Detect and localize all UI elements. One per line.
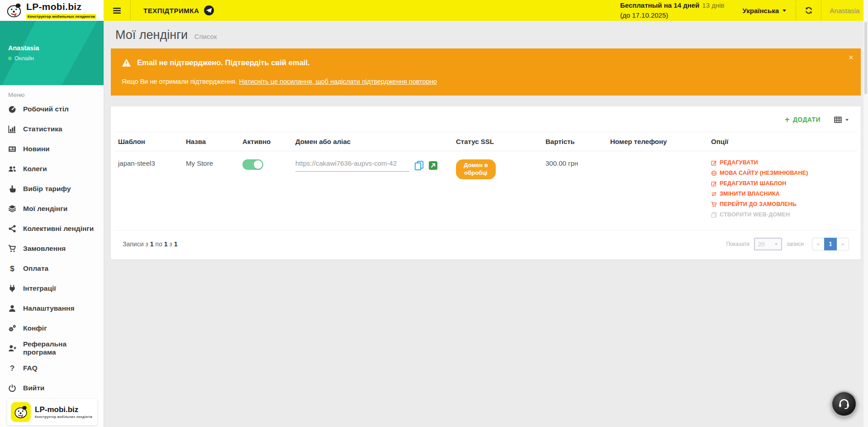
page-subtitle: Список <box>194 33 217 40</box>
option-change-owner[interactable]: ЗМІНИТИ ВЛАСНИКА <box>711 191 854 197</box>
sidebar-item-settings[interactable]: Налаштування <box>0 298 104 318</box>
sidebar-item-news[interactable]: Новини <box>0 139 104 159</box>
footer-logo-text: LP-mobi.biz Конструктор мобільних лендін… <box>35 406 92 418</box>
sidebar-item-label: Налаштування <box>23 304 75 312</box>
add-button-label: ДОДАТИ <box>793 116 821 123</box>
trial-info: Бесплатный на 14 дней13 днів (до 17.10.2… <box>620 0 734 20</box>
external-link-icon[interactable] <box>429 161 437 170</box>
summary-mid: по <box>155 240 162 248</box>
cell-ssl-status: Домен в обробці <box>452 151 542 230</box>
topbar: ТЕХПІДТРИМКА Бесплатный на 14 дней13 дні… <box>104 0 868 21</box>
option-site-language[interactable]: МОВА САЙТУ (НЕЗМІНЮВАНЕ) <box>711 170 854 176</box>
sidebar-item-faq[interactable]: FAQ <box>0 358 104 378</box>
app-logo[interactable]: LP-mobi.biz Конструктор мобильных лендин… <box>0 0 104 21</box>
alert-title-row: Email не підтверджено. Підтвердіть свій … <box>122 58 850 67</box>
close-icon[interactable]: × <box>849 53 854 62</box>
question-icon <box>8 364 16 372</box>
tech-support-link[interactable]: ТЕХПІДТРИМКА <box>131 0 227 21</box>
column-header-phone: Номер телефону <box>607 132 707 151</box>
sidebar-item-collective-landings[interactable]: Колективні лендінги <box>0 219 104 239</box>
language-label: Українська <box>743 7 779 14</box>
landings-table: Шаблон Назва Активно Домен або аліас Ста… <box>114 132 857 230</box>
sidebar-user-status: Онлайн <box>8 55 34 62</box>
stats-icon <box>8 125 16 133</box>
sidebar-footer-logo[interactable]: LP-mobi.biz Конструктор мобільних лендін… <box>7 399 97 425</box>
summary-total: 1 <box>174 240 178 248</box>
main-content: Мої лендінги Список Email не підтверджен… <box>104 21 868 427</box>
user-plus-icon <box>8 344 16 352</box>
sidebar-item-tariff[interactable]: Вибір тарифу <box>0 179 104 199</box>
option-go-to-orders[interactable]: ПЕРЕЙТИ ДО ЗАМОВЛЕНЬ <box>711 201 854 207</box>
resend-confirmation-link[interactable]: Натисніть це посилання, щоб надіслати пі… <box>239 78 436 85</box>
hamburger-icon <box>113 6 121 15</box>
ssl-status-badge: Домен в обробці <box>456 159 496 179</box>
pagination-bar: Записи з 1 по 1 з 1 Показати 20 записи «… <box>111 230 861 259</box>
column-header-options: Опції <box>707 132 857 151</box>
sidebar-item-referral[interactable]: Реферальна програма <box>0 338 104 358</box>
dog-logo-icon <box>5 2 23 19</box>
prev-page-button[interactable]: « <box>812 238 825 250</box>
cart-icon <box>8 245 16 253</box>
page-scrollbar[interactable] <box>863 0 868 427</box>
topbar-spacer <box>227 0 620 21</box>
trial-until: (до 17.10.2025) <box>620 10 725 20</box>
add-landing-button[interactable]: + ДОДАТИ <box>785 115 821 124</box>
sidebar-item-label: Статистика <box>23 125 62 133</box>
sidebar-item-colleagues[interactable]: Колеги <box>0 159 104 179</box>
footer-logo-square <box>11 402 31 422</box>
sidebar-item-label: Колеги <box>23 165 47 173</box>
language-selector[interactable]: Українська <box>734 0 796 21</box>
summary-to: 1 <box>164 240 168 248</box>
sidebar-menu: Робочий стіл Статистика Новини Колеги Ви… <box>0 99 104 398</box>
chevron-down-icon <box>782 8 787 13</box>
records-label: записи <box>787 241 804 247</box>
column-header-domain: Домен або аліас <box>292 132 452 151</box>
pager: « 1 » <box>812 238 849 250</box>
menu-section-label: Меню <box>0 85 104 99</box>
sidebar-user-name: Anastasia <box>8 44 39 52</box>
support-chat-widget[interactable] <box>831 391 857 417</box>
swap-icon <box>711 191 717 197</box>
header-username[interactable]: Anastasia <box>821 0 868 21</box>
domain-input[interactable] <box>295 159 409 172</box>
scrollbar-thumb[interactable] <box>864 22 867 94</box>
user-icon <box>8 304 16 312</box>
sidebar-item-logout[interactable]: Вийти <box>0 378 104 398</box>
refresh-button[interactable] <box>796 0 821 21</box>
copy-icon[interactable] <box>414 161 424 170</box>
option-label: РЕДАГУВАТИ <box>720 159 758 166</box>
sidebar-item-my-landings[interactable]: Мої лендінги <box>0 199 104 219</box>
dog-logo-icon <box>13 404 28 420</box>
sidebar-toggle-button[interactable] <box>104 0 131 21</box>
sidebar-item-payment[interactable]: Оплата <box>0 259 104 278</box>
page-size-select[interactable]: 20 <box>754 238 782 250</box>
email-warning-alert: Email не підтверджено. Підтвердіть свій … <box>111 48 861 96</box>
option-edit[interactable]: РЕДАГУВАТИ <box>711 159 854 166</box>
sidebar-item-label: Вийти <box>23 384 44 392</box>
sidebar-item-label: Вибір тарифу <box>23 185 71 193</box>
trial-days-left: 13 днів <box>702 1 724 9</box>
sidebar-item-config[interactable]: Конфіг <box>0 318 104 338</box>
page-size-value: 20 <box>758 241 764 248</box>
active-toggle[interactable] <box>242 159 263 170</box>
grid-icon <box>834 116 842 124</box>
headset-icon <box>837 397 851 411</box>
chevron-down-icon <box>774 242 778 246</box>
sidebar-item-label: Новини <box>23 145 50 153</box>
panel-toolbar: + ДОДАТИ <box>111 106 861 128</box>
option-label: РЕДАГУВАТИ ШАБЛОН <box>720 180 787 187</box>
option-edit-template[interactable]: РЕДАГУВАТИ ШАБЛОН <box>711 180 854 187</box>
footer-logo-tagline: Конструктор мобільних лендінгів <box>35 415 92 418</box>
column-header-name: Назва <box>182 132 239 151</box>
landings-panel: + ДОДАТИ Шаблон Назва Активно Домен або … <box>111 106 861 259</box>
cell-price: 300.00 грн <box>542 151 607 230</box>
sidebar-item-dashboard[interactable]: Робочий стіл <box>0 99 104 119</box>
page-1-button[interactable]: 1 <box>824 238 837 250</box>
sidebar-item-integrations[interactable]: Інтеграції <box>0 278 104 298</box>
summary-from: 1 <box>150 240 154 248</box>
sidebar-item-orders[interactable]: Замовлення <box>0 239 104 259</box>
sidebar-item-statistics[interactable]: Статистика <box>0 119 104 139</box>
cell-name: My Store <box>182 151 239 230</box>
next-page-button[interactable]: » <box>836 238 849 250</box>
columns-dropdown-button[interactable] <box>834 116 849 124</box>
